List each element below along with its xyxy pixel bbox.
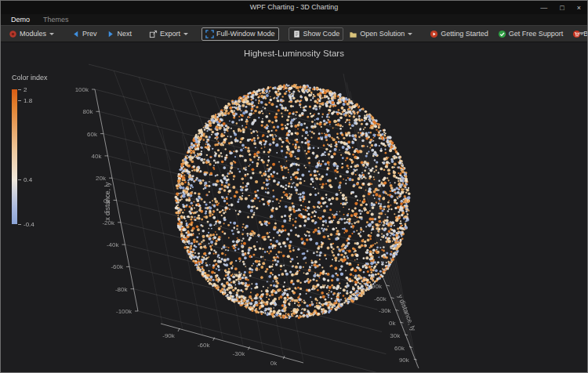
legend-tick-mark — [18, 179, 21, 180]
legend-tick: 2 — [18, 86, 27, 93]
chevron-down-icon — [408, 33, 412, 35]
color-legend: Color index 21.80.4-0.4 — [12, 74, 48, 224]
next-icon — [107, 30, 115, 38]
toolbar-overflow-chevron-icon[interactable] — [579, 32, 585, 35]
support-icon — [498, 30, 506, 38]
scatter3d-canvas[interactable] — [1, 42, 587, 372]
legend-tick-label: 2 — [24, 86, 27, 93]
toolbar-button-open-solution[interactable]: Open Solution — [345, 27, 416, 41]
modules-icon — [9, 30, 17, 38]
legend-gradient-bar — [12, 89, 17, 224]
window-title: WPF Charting - 3D Charting — [1, 1, 587, 14]
tab-demo[interactable]: Demo — [11, 16, 30, 24]
show-code-icon — [292, 30, 301, 38]
toolbar-button-label: Export — [160, 30, 180, 38]
toolbar-button-full-window-mode[interactable]: Full-Window Mode — [201, 27, 279, 41]
menu-tab-bar: DemoThemes — [1, 14, 587, 25]
legend-tick-mark — [18, 224, 21, 225]
legend-tick: 0.4 — [18, 176, 32, 183]
chart-area: 100k80k60k40k20k0k-20k-40k-60k-80k-100k-… — [1, 42, 587, 372]
legend-tick-label: -0.4 — [24, 221, 34, 228]
toolbar-button-show-code[interactable]: Show Code — [289, 27, 344, 41]
legend-tick: -0.4 — [18, 221, 34, 228]
toolbar-button-label: Full-Window Mode — [216, 30, 275, 38]
legend-tick-label: 1.8 — [24, 97, 32, 104]
toolbar-button-next[interactable]: Next — [103, 27, 136, 41]
toolbar-button-label: Prev — [82, 30, 97, 38]
legend-tick-mark — [18, 89, 21, 90]
prev-icon — [71, 30, 80, 38]
full-window-icon — [205, 30, 214, 38]
window-controls: — □ × — [540, 1, 581, 14]
maximize-button[interactable]: □ — [560, 4, 564, 12]
legend-tick-label: 0.4 — [24, 176, 32, 183]
legend-tick-mark — [18, 100, 21, 101]
open-solution-icon — [349, 30, 358, 38]
legend-title: Color index — [12, 74, 48, 81]
tab-themes[interactable]: Themes — [43, 16, 69, 24]
chevron-down-icon — [49, 33, 54, 35]
toolbar-button-modules[interactable]: Modules — [5, 27, 58, 41]
minimize-button[interactable]: — — [540, 4, 547, 12]
getting-started-icon — [430, 30, 438, 38]
chevron-down-icon — [183, 33, 188, 35]
titlebar[interactable]: WPF Charting - 3D Charting — □ × — [1, 1, 587, 14]
chart-title: Highest-Luminosity Stars — [1, 49, 587, 58]
export-icon — [149, 30, 158, 38]
app-window: WPF Charting - 3D Charting — □ × DemoThe… — [0, 0, 588, 373]
toolbar-button-getting-started[interactable]: Getting Started — [426, 27, 492, 41]
toolbar-button-label: Open Solution — [360, 30, 405, 38]
close-button[interactable]: × — [577, 4, 581, 12]
toolbar-button-get-free-support[interactable]: Get Free Support — [494, 27, 568, 41]
toolbar-button-prev[interactable]: Prev — [67, 27, 101, 41]
toolbar-button-label: Next — [118, 30, 132, 38]
toolbar: ModulesPrevNextExportFull-Window ModeSho… — [1, 25, 587, 42]
toolbar-button-label: Getting Started — [441, 30, 488, 38]
toolbar-button-export[interactable]: Export — [145, 27, 192, 41]
toolbar-button-label: Get Free Support — [509, 30, 564, 38]
toolbar-button-label: Show Code — [303, 30, 340, 38]
legend-tick: 1.8 — [18, 97, 32, 104]
toolbar-button-label: Modules — [20, 30, 46, 38]
